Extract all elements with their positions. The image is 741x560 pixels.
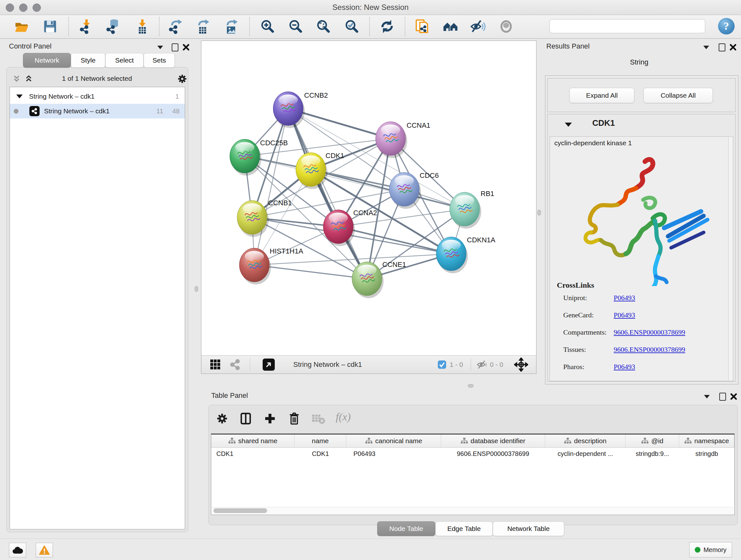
zoom-fit-icon[interactable]	[314, 17, 332, 36]
gene-collapse-icon[interactable]	[565, 123, 572, 127]
gene-details: cyclin-dependent kinase 1	[549, 136, 733, 381]
grid-view-icon[interactable]	[210, 359, 221, 370]
scrollbar-thumb[interactable]	[213, 508, 267, 513]
show-graphics-details-icon[interactable]	[497, 17, 515, 36]
import-network-icon[interactable]	[77, 17, 95, 36]
svg-text:HIST1H1A: HIST1H1A	[270, 247, 303, 255]
tab-select[interactable]: Select	[105, 53, 144, 68]
search-input[interactable]	[549, 19, 705, 33]
toolbar-separator	[369, 17, 370, 36]
table-cell[interactable]: 9606.ENSP00000378699	[441, 448, 545, 460]
tab-edge-table[interactable]: Edge Table	[435, 521, 493, 536]
network-canvas[interactable]: CCNB2CCNA1CDC25BCDK1CDC6RB1CCNB1CCNA2CDK…	[201, 41, 536, 356]
export-table-icon[interactable]	[194, 17, 212, 36]
crosslink-link[interactable]: P06493	[614, 311, 635, 319]
tab-style[interactable]: Style	[71, 53, 105, 68]
column-header-description[interactable]: description	[545, 435, 626, 447]
control-panel-close-icon[interactable]	[183, 44, 190, 51]
zoom-in-icon[interactable]	[259, 17, 276, 36]
results-panel-title: Results Panel	[546, 42, 590, 51]
right-splitter-handle[interactable]	[537, 210, 541, 215]
table-cell[interactable]: CDK1	[211, 448, 294, 460]
table-panel-menu-icon[interactable]	[704, 395, 710, 398]
column-header-namespace[interactable]: namespace	[679, 435, 734, 447]
table-panel-float-icon[interactable]	[719, 393, 726, 401]
edge-count: 48	[172, 107, 180, 115]
cloud-button[interactable]	[9, 543, 26, 557]
warnings-button[interactable]	[36, 543, 53, 557]
delete-column-trash-icon[interactable]	[288, 412, 300, 426]
zoom-out-icon[interactable]	[286, 17, 305, 36]
svg-text:CCNB2: CCNB2	[304, 91, 328, 99]
help-icon[interactable]: ?	[718, 18, 735, 35]
bottom-splitter-handle[interactable]	[468, 384, 474, 388]
tab-node-table[interactable]: Node Table	[377, 521, 435, 536]
main-toolbar: ?	[0, 15, 741, 39]
results-scrollbar[interactable]	[728, 137, 732, 381]
memory-button[interactable]: Memory	[689, 542, 732, 557]
table-panel-close-icon[interactable]	[730, 393, 737, 400]
import-network-from-database-icon[interactable]	[104, 17, 122, 36]
table-cell[interactable]: stringdb	[679, 448, 734, 460]
table-cell[interactable]: CDK1	[294, 448, 347, 460]
results-panel-float-icon[interactable]	[719, 44, 725, 51]
cytoscape-window: Session: New Session	[0, 0, 741, 560]
crosslink-link[interactable]: 9606.ENSP00000378699	[614, 346, 685, 354]
column-header-database-identifier[interactable]: database identifier	[441, 435, 545, 447]
network-options-gear-icon[interactable]	[177, 73, 188, 84]
share-view-icon[interactable]	[229, 359, 241, 370]
show-columns-icon[interactable]	[239, 412, 252, 425]
results-panel-close-icon[interactable]	[730, 44, 737, 51]
left-splitter-handle[interactable]	[195, 286, 198, 292]
create-column-plus-icon[interactable]	[264, 412, 276, 425]
birds-eye-view-icon[interactable]	[263, 359, 275, 371]
network-collection-row[interactable]: String Network – cdk1 1	[10, 89, 185, 104]
table-cell[interactable]: stringdb:9...	[625, 448, 679, 460]
control-panel-menu-icon[interactable]	[157, 46, 163, 49]
collapse-all-button[interactable]: Collapse All	[643, 88, 713, 103]
export-image-icon[interactable]	[222, 17, 240, 36]
collapse-all-networks-icon[interactable]	[12, 74, 21, 83]
control-panel-float-icon[interactable]	[172, 44, 179, 51]
status-bar: Memory	[0, 539, 741, 560]
tab-network-table[interactable]: Network Table	[493, 521, 564, 536]
network-view[interactable]: CCNB2CCNA1CDC25BCDK1CDC6RB1CCNB1CCNA2CDK…	[201, 41, 536, 374]
control-panel-title: Control Panel	[9, 42, 51, 51]
hide-graphics-details-icon[interactable]	[469, 17, 487, 36]
export-network-icon[interactable]	[166, 17, 185, 36]
fit-content-crosshair-icon[interactable]	[514, 358, 528, 372]
crosslink-link[interactable]: P06493	[614, 294, 635, 302]
network-row-selected[interactable]: String Network – cdk1 11 48	[10, 104, 185, 118]
column-header--id[interactable]: @id	[625, 435, 679, 447]
node-table[interactable]: shared namenamecanonical namedatabase id…	[211, 434, 735, 515]
save-session-icon[interactable]	[41, 17, 59, 36]
refresh-icon[interactable]	[378, 17, 396, 36]
table-horizontal-scrollbar[interactable]	[212, 507, 733, 514]
table-row[interactable]: CDK1CDK1P064939606.ENSP00000378699cyclin…	[211, 448, 734, 460]
crosslink-link[interactable]: 9606.ENSP00000378699	[614, 328, 685, 336]
open-session-icon[interactable]	[13, 17, 30, 36]
tab-network[interactable]: Network	[23, 53, 71, 68]
column-header-shared-name[interactable]: shared name	[211, 435, 294, 447]
table-cell[interactable]: cyclin-dependent ...	[545, 448, 626, 460]
zoom-selected-icon[interactable]	[343, 17, 360, 36]
clone-network-icon[interactable]	[413, 17, 431, 36]
column-network-icon	[365, 437, 373, 444]
tab-string[interactable]: String	[622, 55, 657, 70]
crosslink-link[interactable]: P06493	[614, 363, 635, 371]
column-header-canonical-name[interactable]: canonical name	[346, 435, 441, 447]
table-cell[interactable]: P06493	[346, 448, 441, 460]
results-panel-menu-icon[interactable]	[703, 46, 709, 49]
first-neighbors-icon[interactable]	[442, 17, 460, 36]
column-network-icon	[641, 437, 649, 444]
expand-all-networks-icon[interactable]	[24, 74, 33, 83]
table-options-gear-icon[interactable]	[216, 412, 228, 425]
table-header-row: shared namenamecanonical namedatabase id…	[211, 435, 734, 448]
expand-all-button[interactable]: Expand All	[569, 88, 634, 103]
tab-sets[interactable]: Sets	[144, 53, 175, 68]
collection-expand-icon[interactable]	[16, 95, 23, 98]
column-network-icon	[684, 437, 692, 444]
column-header-name[interactable]: name	[294, 435, 347, 447]
import-table-icon[interactable]	[133, 17, 151, 36]
selected-checkbox-icon[interactable]	[437, 360, 447, 369]
